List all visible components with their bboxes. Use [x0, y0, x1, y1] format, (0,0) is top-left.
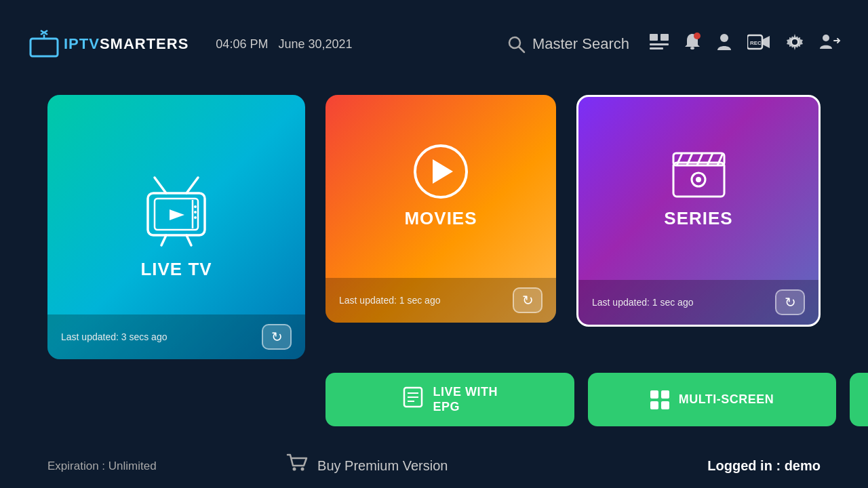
svg-line-20 — [186, 178, 198, 193]
date-display: June 30,2021 — [278, 37, 352, 51]
shopping-cart-icon — [286, 453, 308, 474]
header-icons: REC — [650, 33, 841, 56]
series-card-bottom: Last updated: 1 sec ago ↻ — [578, 280, 818, 325]
logged-in-label: Logged in : — [707, 458, 784, 473]
epg-icon — [402, 386, 424, 413]
buy-premium-button[interactable]: Buy Premium Version — [286, 453, 448, 479]
clapperboard-icon — [670, 148, 728, 199]
play-triangle — [433, 159, 453, 184]
multiscreen-icon — [650, 390, 669, 409]
movies-card-top: MOVIES — [326, 95, 556, 278]
search-label: Master Search — [532, 35, 629, 53]
movies-title: MOVIES — [404, 208, 477, 229]
search-icon — [507, 35, 526, 54]
svg-point-27 — [194, 216, 197, 219]
play-circle-icon — [414, 144, 468, 199]
series-last-updated: Last updated: 1 sec ago — [592, 297, 693, 308]
switch-user-icon[interactable] — [819, 33, 841, 56]
record-icon[interactable]: REC — [747, 34, 770, 55]
live-tv-last-updated: Last updated: 3 secs ago — [61, 331, 167, 342]
tv-svg-icon — [136, 174, 217, 249]
svg-point-25 — [194, 205, 197, 208]
movies-last-updated: Last updated: 1 sec ago — [339, 295, 440, 306]
svg-point-12 — [720, 34, 728, 42]
svg-rect-6 — [650, 34, 658, 41]
svg-marker-23 — [170, 209, 184, 220]
cart-icon — [286, 453, 308, 479]
svg-point-17 — [792, 39, 797, 45]
series-refresh-button[interactable]: ↻ — [775, 289, 805, 315]
series-title: SERIES — [664, 208, 732, 229]
footer: Expiration : Unlimited Buy Premium Versi… — [0, 444, 868, 488]
series-card-top: SERIES — [578, 97, 818, 280]
expiration-value: Unlimited — [108, 460, 157, 472]
live-tv-icon-container — [136, 174, 217, 249]
person-icon[interactable] — [716, 33, 732, 56]
movies-card[interactable]: MOVIES Last updated: 1 sec ago ↻ — [326, 95, 556, 323]
svg-line-29 — [186, 235, 191, 245]
expiration: Expiration : Unlimited — [47, 460, 157, 473]
live-tv-card-bottom: Last updated: 3 secs ago ↻ — [47, 314, 305, 359]
svg-point-18 — [823, 35, 829, 41]
logged-in-user: demo — [785, 458, 821, 473]
svg-rect-8 — [650, 43, 669, 45]
logo-text: IPTVSMARTERS — [64, 35, 189, 53]
buy-premium-label: Buy Premium Version — [317, 458, 448, 474]
movies-refresh-button[interactable]: ↻ — [513, 287, 542, 313]
svg-rect-0 — [31, 39, 58, 56]
svg-point-38 — [696, 177, 701, 182]
time-display: 04:06 PM — [216, 37, 268, 51]
settings-icon[interactable] — [785, 33, 804, 56]
logo-tv-icon — [27, 29, 61, 60]
svg-rect-7 — [660, 34, 669, 41]
svg-line-28 — [161, 235, 166, 245]
svg-line-19 — [155, 178, 166, 193]
multi-screen-label: MULTI-SCREEN — [679, 392, 774, 407]
svg-point-48 — [301, 468, 304, 471]
expiration-label: Expiration : — [47, 460, 108, 472]
svg-rect-9 — [650, 47, 663, 49]
svg-text:REC: REC — [750, 40, 762, 46]
live-tv-refresh-button[interactable]: ↻ — [262, 324, 292, 350]
logged-in: Logged in : demo — [707, 458, 821, 474]
multi-screen-button[interactable]: MULTI-SCREEN — [588, 373, 837, 426]
header: IPTVSMARTERS 04:06 PM June 30,2021 Maste… — [0, 0, 868, 88]
series-card[interactable]: SERIES Last updated: 1 sec ago ↻ — [576, 95, 821, 327]
datetime: 04:06 PM June 30,2021 — [216, 37, 352, 52]
live-epg-label-line1: LIVE WITH — [433, 385, 498, 400]
live-tv-title: LIVE TV — [140, 259, 212, 280]
logo: IPTVSMARTERS — [27, 29, 189, 60]
svg-line-5 — [519, 47, 524, 52]
svg-point-47 — [293, 468, 296, 471]
live-tv-card[interactable]: LIVE TV Last updated: 3 secs ago ↻ — [47, 95, 305, 359]
svg-point-26 — [194, 211, 197, 214]
catch-up-button[interactable]: CATCH UP — [850, 373, 868, 426]
book-icon — [402, 386, 424, 408]
grid-squares-icon — [650, 390, 669, 409]
cards-row: LIVE TV Last updated: 3 secs ago ↻ MOVIE… — [47, 95, 821, 359]
grid-icon[interactable] — [650, 34, 669, 55]
svg-marker-14 — [763, 36, 770, 48]
bell-icon[interactable] — [684, 33, 701, 56]
bottom-buttons-row: LIVE WITH EPG MULTI-SCREEN — [326, 373, 868, 426]
live-epg-label-line2: EPG — [433, 400, 460, 415]
main-content: LIVE TV Last updated: 3 secs ago ↻ MOVIE… — [0, 88, 868, 426]
movies-card-bottom: Last updated: 1 sec ago ↻ — [326, 278, 556, 323]
search-bar[interactable]: Master Search — [507, 35, 629, 54]
svg-point-11 — [694, 33, 701, 39]
svg-rect-10 — [690, 47, 694, 49]
live-epg-button[interactable]: LIVE WITH EPG — [326, 373, 574, 426]
